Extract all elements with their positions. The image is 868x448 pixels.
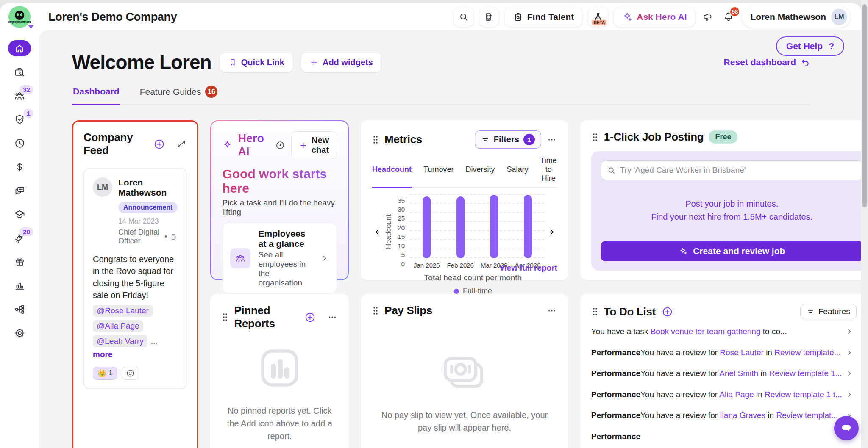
- chart-bar: [490, 195, 498, 258]
- ellipsis-menu-icon[interactable]: [546, 305, 557, 316]
- sidebar-item-time[interactable]: [0, 131, 39, 155]
- notifications-button[interactable]: 58: [721, 10, 736, 24]
- organisation-button[interactable]: [479, 7, 499, 27]
- user-menu-button[interactable]: Loren Mathewson LM: [742, 6, 850, 28]
- filter-icon: [807, 308, 815, 316]
- todo-item-review[interactable]: PerformanceYou have a review for Ariel S…: [591, 368, 853, 379]
- org-logo-button[interactable]: employmenthero: [0, 6, 39, 28]
- mention-chip[interactable]: @Leah Varry: [93, 335, 147, 347]
- dot-separator: •: [164, 232, 167, 241]
- find-talent-button[interactable]: Find Talent: [505, 7, 582, 27]
- review-template-link[interactable]: Review template 1 t...: [765, 390, 842, 399]
- filters-button[interactable]: Filters 1: [475, 130, 541, 149]
- chevron-right-icon: [320, 254, 329, 263]
- metrics-tab-time-to-hire[interactable]: Time to Hire: [540, 156, 557, 187]
- create-and-review-job-button[interactable]: Create and review job: [601, 241, 861, 261]
- job-search-input[interactable]: [620, 166, 857, 175]
- chevron-right-icon: [846, 391, 853, 398]
- add-report-button[interactable]: [303, 311, 317, 324]
- person-link[interactable]: Alia Page: [719, 390, 754, 399]
- sidebar-item-learning[interactable]: [0, 202, 39, 226]
- drag-handle-icon[interactable]: [221, 312, 229, 322]
- page-scrollbar-thumb[interactable]: [862, 4, 867, 207]
- person-link[interactable]: Rose Lauter: [720, 348, 764, 357]
- todo-features-filter-button[interactable]: Features: [800, 304, 857, 319]
- drag-handle-icon[interactable]: [591, 133, 599, 142]
- tab-feature-guides[interactable]: Feature Guides 16: [139, 86, 219, 104]
- expand-icon[interactable]: [176, 138, 187, 149]
- todo-item-task[interactable]: You have a task Book venue for team gath…: [591, 326, 853, 337]
- smiley-icon: [126, 369, 135, 378]
- sidebar-item-settings[interactable]: [0, 321, 39, 345]
- drag-handle-icon[interactable]: [372, 306, 379, 315]
- person-link[interactable]: Ilana Graves: [720, 411, 765, 420]
- feed-post[interactable]: LM Loren Mathewson Announcement 14 Mar 2…: [83, 168, 187, 389]
- review-template-link[interactable]: Review template...: [774, 348, 840, 357]
- add-task-button[interactable]: [661, 305, 674, 318]
- quick-link-button[interactable]: Quick Link: [220, 53, 293, 72]
- view-full-report-link[interactable]: View full report: [499, 263, 557, 273]
- sidebar-item-reports[interactable]: [0, 274, 39, 297]
- post-more-link[interactable]: more: [93, 350, 112, 359]
- metrics-tab-turnover[interactable]: Turnover: [423, 156, 454, 187]
- review-template-link[interactable]: Review template 1...: [769, 369, 842, 378]
- ellipsis-menu-icon[interactable]: [546, 134, 557, 145]
- sidebar-item-home[interactable]: [0, 36, 39, 60]
- person-link[interactable]: Ariel Smith: [719, 369, 758, 378]
- todo-item-review[interactable]: Performance: [591, 431, 853, 442]
- mention-chip[interactable]: @Rose Lauter: [93, 305, 153, 317]
- metrics-y-axis: 05101520253035: [395, 200, 408, 264]
- tab-dashboard[interactable]: Dashboard: [72, 86, 120, 105]
- drag-handle-icon[interactable]: [591, 307, 599, 316]
- task-employees-at-a-glance[interactable]: Employees at a glance See all employees …: [222, 223, 337, 293]
- metrics-tab-headcount[interactable]: Headcount: [372, 156, 412, 188]
- plus-icon: [310, 58, 318, 66]
- question-mark-icon: ?: [829, 41, 834, 51]
- sidebar-item-messages[interactable]: [0, 179, 39, 202]
- history-icon[interactable]: [274, 139, 286, 151]
- todo-item-review[interactable]: PerformanceYou have a review for Rose La…: [591, 347, 853, 359]
- employment-hero-logo: employmenthero: [8, 6, 31, 28]
- add-reaction-button[interactable]: [122, 367, 139, 380]
- chat-launcher-button[interactable]: [834, 416, 859, 440]
- dashboard-tabs: Dashboard Feature Guides 16: [72, 86, 810, 105]
- sidebar-item-benefits[interactable]: [0, 250, 39, 274]
- job-posting-panel: Post your job in minutes. Find your next…: [591, 151, 861, 271]
- add-post-button[interactable]: [153, 138, 166, 151]
- chevron-right-icon: [846, 349, 853, 357]
- get-help-button[interactable]: Get Help ?: [776, 36, 844, 56]
- metrics-tab-salary[interactable]: Salary: [506, 156, 529, 187]
- metrics-tab-diversity[interactable]: Diversity: [465, 156, 495, 187]
- todo-item-review[interactable]: PerformanceYou have a review for Alia Pa…: [591, 389, 853, 401]
- beta-badge: BETA: [592, 20, 606, 25]
- bookmark-icon: [228, 58, 237, 66]
- empty-payslip-icon: [438, 351, 491, 398]
- announcement-badge: Announcement: [118, 202, 178, 213]
- global-search-button[interactable]: [454, 7, 473, 27]
- sidebar-item-people[interactable]: 32: [0, 84, 39, 108]
- whats-new-button[interactable]: [701, 10, 715, 24]
- sidebar-item-recruitment[interactable]: [0, 60, 39, 84]
- add-widgets-button[interactable]: Add widgets: [301, 53, 381, 72]
- sidebar-item-payroll[interactable]: [0, 155, 39, 179]
- compliance-count-badge: 1: [23, 109, 33, 118]
- ellipsis-menu-icon[interactable]: [327, 312, 338, 323]
- reaction-pill[interactable]: 👑 1: [93, 367, 117, 380]
- job-posting-title: 1-Click Job Posting: [604, 130, 704, 144]
- drag-handle-icon[interactable]: [372, 135, 379, 144]
- new-chat-button[interactable]: New chat: [291, 131, 337, 159]
- todo-item-review[interactable]: PerformanceYou have a review for Ilana G…: [591, 410, 853, 421]
- mention-chip[interactable]: @Alia Page: [93, 320, 143, 332]
- reset-dashboard-button[interactable]: Reset dashboard: [724, 57, 810, 67]
- labs-beta-button[interactable]: BETA: [588, 7, 608, 27]
- sidebar-item-compliance[interactable]: 1: [0, 108, 39, 131]
- review-template-link[interactable]: Review templat...: [776, 411, 838, 420]
- ask-hero-ai-button[interactable]: Ask Hero AI: [614, 7, 695, 27]
- task-link[interactable]: Book venue for team gathering: [651, 327, 761, 336]
- sidebar-item-launch[interactable]: 20: [0, 226, 39, 250]
- gift-icon: [14, 256, 25, 268]
- chart-prev-button[interactable]: [372, 227, 383, 238]
- sidebar-item-org-chart[interactable]: [0, 297, 39, 321]
- job-search-field[interactable]: [601, 160, 861, 180]
- chart-next-button[interactable]: [546, 227, 557, 238]
